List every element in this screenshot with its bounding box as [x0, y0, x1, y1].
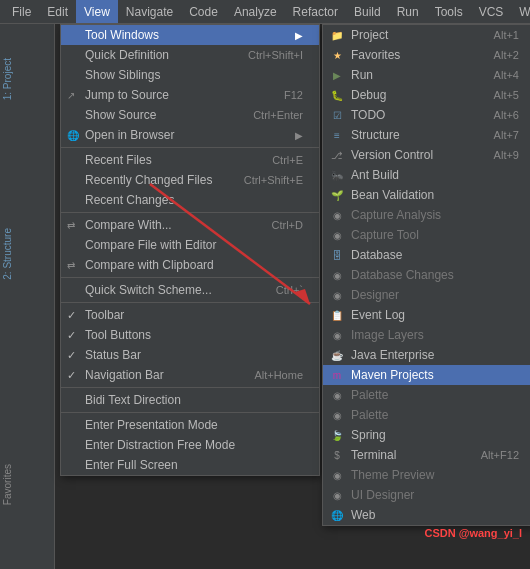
- capture-tool-icon: ◉: [329, 227, 345, 243]
- menu-item-presentation[interactable]: Enter Presentation Mode: [61, 415, 319, 435]
- view-menu-dropdown: Tool Windows ▶ Quick Definition Ctrl+Shi…: [60, 24, 320, 476]
- designer-icon: ◉: [329, 287, 345, 303]
- submenu-item-event-log[interactable]: 📋 Event Log: [323, 305, 530, 325]
- favorites-icon: ★: [329, 47, 345, 63]
- sidebar-structure-label: 2: Structure: [0, 224, 15, 284]
- palette2-icon: ◉: [329, 407, 345, 423]
- menubar: File Edit View Navigate Code Analyze Ref…: [0, 0, 530, 24]
- menu-item-tool-buttons[interactable]: Tool Buttons: [61, 325, 319, 345]
- watermark-text: CSDN @wang_yi_l: [424, 527, 522, 539]
- submenu-item-web[interactable]: 🌐 Web: [323, 505, 530, 525]
- sidebar-project-label: 1: Project: [0, 54, 15, 104]
- menu-item-toolbar[interactable]: Toolbar: [61, 305, 319, 325]
- submenu-item-vcs[interactable]: ⎇ Version Control Alt+9: [323, 145, 530, 165]
- menu-item-status-bar[interactable]: Status Bar: [61, 345, 319, 365]
- debug-icon: 🐛: [329, 87, 345, 103]
- tool-windows-label: Tool Windows: [85, 28, 159, 42]
- web-icon: 🌐: [329, 507, 345, 523]
- submenu-item-database[interactable]: 🗄 Database: [323, 245, 530, 265]
- menu-item-jump-source[interactable]: ↗ Jump to Source F12: [61, 85, 319, 105]
- menu-refactor[interactable]: Refactor: [285, 0, 346, 23]
- submenu-item-spring[interactable]: 🍃 Spring: [323, 425, 530, 445]
- menu-file[interactable]: File: [4, 0, 39, 23]
- menu-item-recent-changed-files[interactable]: Recently Changed Files Ctrl+Shift+E: [61, 170, 319, 190]
- menu-item-quick-switch[interactable]: Quick Switch Scheme... Ctrl+`: [61, 280, 319, 300]
- clipboard-icon: ⇄: [67, 260, 75, 271]
- submenu-item-ui-designer[interactable]: ◉ UI Designer: [323, 485, 530, 505]
- todo-icon: ☑: [329, 107, 345, 123]
- ui-designer-icon: ◉: [329, 487, 345, 503]
- submenu-item-todo[interactable]: ☑ TODO Alt+6: [323, 105, 530, 125]
- menu-item-compare-clipboard[interactable]: ⇄ Compare with Clipboard: [61, 255, 319, 275]
- divider-3: [61, 277, 319, 278]
- menu-tools[interactable]: Tools: [427, 0, 471, 23]
- menu-view[interactable]: View: [76, 0, 118, 23]
- menu-item-recent-changes[interactable]: Recent Changes: [61, 190, 319, 210]
- menu-item-show-siblings[interactable]: Show Siblings: [61, 65, 319, 85]
- divider-4: [61, 302, 319, 303]
- vcs-icon: ⎇: [329, 147, 345, 163]
- compare-icon: ⇄: [67, 220, 75, 231]
- project-icon: 📁: [329, 27, 345, 43]
- menu-build[interactable]: Build: [346, 0, 389, 23]
- menu-run[interactable]: Run: [389, 0, 427, 23]
- menu-code[interactable]: Code: [181, 0, 226, 23]
- menu-item-recent-files[interactable]: Recent Files Ctrl+E: [61, 150, 319, 170]
- image-layers-icon: ◉: [329, 327, 345, 343]
- menu-navigate[interactable]: Navigate: [118, 0, 181, 23]
- bean-icon: 🌱: [329, 187, 345, 203]
- submenu-item-palette1[interactable]: ◉ Palette: [323, 385, 530, 405]
- run-icon: ▶: [329, 67, 345, 83]
- menu-item-compare-with[interactable]: ⇄ Compare With... Ctrl+D: [61, 215, 319, 235]
- ant-icon: 🐜: [329, 167, 345, 183]
- ide-sidebar: 1: Project 2: Structure Favorites: [0, 24, 55, 569]
- arrow-browser-icon: ▶: [295, 130, 303, 141]
- tool-windows-submenu: 📁 Project Alt+1 ★ Favorites Alt+2 ▶ Run …: [322, 24, 530, 526]
- ide-background: 1: Project 2: Structure Favorites Tool W…: [0, 24, 530, 569]
- submenu-item-image-layers[interactable]: ◉ Image Layers: [323, 325, 530, 345]
- submenu-item-db-changes[interactable]: ◉ Database Changes: [323, 265, 530, 285]
- submenu-item-structure[interactable]: ≡ Structure Alt+7: [323, 125, 530, 145]
- event-log-icon: 📋: [329, 307, 345, 323]
- menu-vcs[interactable]: VCS: [471, 0, 512, 23]
- submenu-item-palette2[interactable]: ◉ Palette: [323, 405, 530, 425]
- submenu-item-run[interactable]: ▶ Run Alt+4: [323, 65, 530, 85]
- submenu-item-ant[interactable]: 🐜 Ant Build: [323, 165, 530, 185]
- menu-window[interactable]: Window: [511, 0, 530, 23]
- menu-analyze[interactable]: Analyze: [226, 0, 285, 23]
- divider-2: [61, 212, 319, 213]
- submenu-item-bean[interactable]: 🌱 Bean Validation: [323, 185, 530, 205]
- menu-item-distraction[interactable]: Enter Distraction Free Mode: [61, 435, 319, 455]
- divider-6: [61, 412, 319, 413]
- database-icon: 🗄: [329, 247, 345, 263]
- palette1-icon: ◉: [329, 387, 345, 403]
- menu-item-bidi[interactable]: Bidi Text Direction: [61, 390, 319, 410]
- menu-item-tool-windows[interactable]: Tool Windows ▶: [61, 25, 319, 45]
- structure-icon: ≡: [329, 127, 345, 143]
- menu-item-fullscreen[interactable]: Enter Full Screen: [61, 455, 319, 475]
- browser-icon: 🌐: [67, 130, 79, 141]
- menu-item-open-browser[interactable]: 🌐 Open in Browser ▶: [61, 125, 319, 145]
- arrow-icon: ▶: [295, 30, 303, 41]
- menu-item-quick-def[interactable]: Quick Definition Ctrl+Shift+I: [61, 45, 319, 65]
- spring-icon: 🍃: [329, 427, 345, 443]
- submenu-item-project[interactable]: 📁 Project Alt+1: [323, 25, 530, 45]
- submenu-item-designer[interactable]: ◉ Designer: [323, 285, 530, 305]
- submenu-item-theme-preview[interactable]: ◉ Theme Preview: [323, 465, 530, 485]
- menu-item-compare-editor[interactable]: Compare File with Editor: [61, 235, 319, 255]
- capture-analysis-icon: ◉: [329, 207, 345, 223]
- submenu-item-maven[interactable]: m Maven Projects: [323, 365, 530, 385]
- submenu-item-debug[interactable]: 🐛 Debug Alt+5: [323, 85, 530, 105]
- menu-edit[interactable]: Edit: [39, 0, 76, 23]
- submenu-item-favorites[interactable]: ★ Favorites Alt+2: [323, 45, 530, 65]
- sidebar-favorites-label: Favorites: [0, 460, 15, 509]
- menu-item-nav-bar[interactable]: Navigation Bar Alt+Home: [61, 365, 319, 385]
- submenu-item-java-enterprise[interactable]: ☕ Java Enterprise: [323, 345, 530, 365]
- menu-item-show-source[interactable]: Show Source Ctrl+Enter: [61, 105, 319, 125]
- divider-1: [61, 147, 319, 148]
- divider-5: [61, 387, 319, 388]
- submenu-item-capture-analysis[interactable]: ◉ Capture Analysis: [323, 205, 530, 225]
- submenu-item-terminal[interactable]: $ Terminal Alt+F12: [323, 445, 530, 465]
- theme-preview-icon: ◉: [329, 467, 345, 483]
- submenu-item-capture-tool[interactable]: ◉ Capture Tool: [323, 225, 530, 245]
